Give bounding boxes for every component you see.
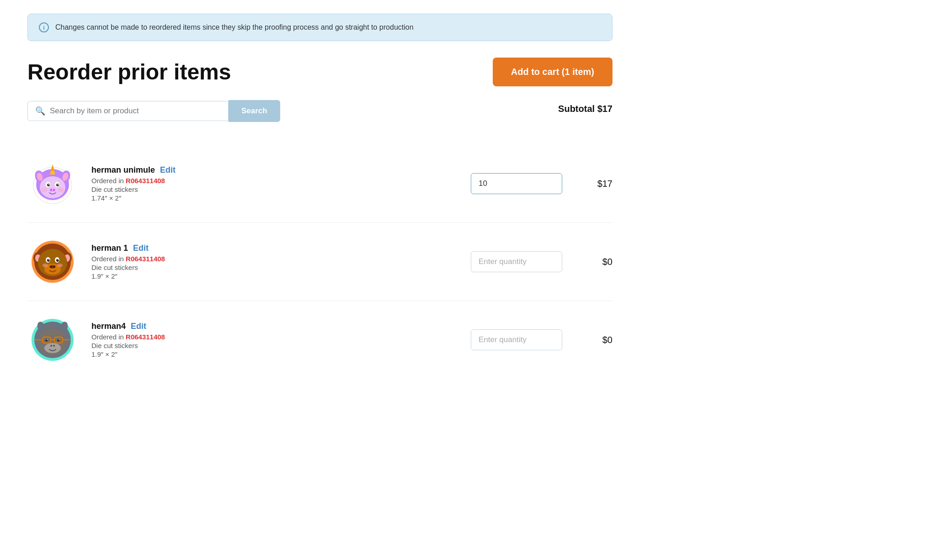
svg-point-30: [47, 259, 50, 262]
svg-point-36: [53, 266, 55, 268]
page-title: Reorder prior items: [27, 59, 231, 85]
svg-point-53: [59, 339, 59, 340]
svg-point-19: [58, 188, 64, 192]
svg-point-13: [48, 184, 49, 185]
item-info-2: herman4 Edit Ordered in R064311408 Die c…: [91, 322, 267, 358]
svg-point-50: [46, 339, 48, 342]
svg-point-31: [56, 259, 59, 262]
edit-link-1[interactable]: Edit: [133, 243, 149, 253]
svg-point-15: [49, 188, 56, 192]
order-link-1[interactable]: R064311408: [126, 255, 165, 263]
add-to-cart-button[interactable]: Add to cart (1 item): [493, 58, 612, 86]
quantity-input-2[interactable]: [471, 329, 562, 350]
edit-link-0[interactable]: Edit: [160, 165, 176, 174]
item-size-0: 1.74″ × 2″: [91, 194, 267, 202]
item-image-herman1: [27, 237, 78, 287]
svg-point-18: [41, 188, 48, 192]
item-row: herman unimule Edit Ordered in R06431140…: [27, 145, 612, 223]
item-size-1: 1.9″ × 2″: [91, 272, 267, 280]
svg-point-17: [53, 189, 55, 191]
svg-point-52: [47, 339, 48, 340]
item-name-0: herman unimule Edit: [91, 165, 267, 175]
edit-link-2[interactable]: Edit: [131, 322, 146, 331]
item-price-1: $0: [576, 257, 612, 267]
item-image-unimule: [27, 158, 78, 209]
item-quantity-wrapper-0: [471, 173, 562, 194]
item-order-2: Ordered in R064311408: [91, 333, 267, 341]
svg-point-55: [53, 345, 55, 347]
svg-point-54: [50, 345, 52, 347]
item-size-2: 1.9″ × 2″: [91, 350, 267, 358]
quantity-input-0[interactable]: [471, 173, 562, 194]
item-image-herman4: [27, 315, 78, 365]
search-input-wrapper: 🔍: [27, 101, 229, 121]
item-row: herman4 Edit Ordered in R064311408 Die c…: [27, 301, 612, 379]
order-link-2[interactable]: R064311408: [126, 333, 165, 341]
quantity-input-1[interactable]: [471, 251, 562, 272]
item-row: herman 1 Edit Ordered in R064311408 Die …: [27, 223, 612, 301]
svg-point-16: [50, 189, 52, 191]
item-order-1: Ordered in R064311408: [91, 255, 267, 263]
svg-point-44: [44, 343, 61, 353]
svg-point-38: [57, 264, 63, 267]
svg-point-11: [47, 184, 50, 186]
item-quantity-wrapper-1: [471, 251, 562, 272]
item-name-2: herman4 Edit: [91, 322, 267, 331]
item-price-0: $17: [576, 179, 612, 189]
item-info-0: herman unimule Edit Ordered in R06431140…: [91, 165, 267, 202]
info-banner: i Changes cannot be made to reordered it…: [27, 14, 612, 41]
svg-point-51: [58, 339, 60, 342]
subtotal-display: Subtotal $17: [558, 104, 612, 114]
search-row: 🔍 Search: [27, 100, 280, 122]
item-name-1: herman 1 Edit: [91, 243, 267, 253]
svg-point-8: [40, 176, 65, 198]
item-type-0: Die cut stickers: [91, 185, 267, 193]
search-input[interactable]: [50, 106, 221, 116]
svg-point-33: [58, 259, 59, 260]
svg-point-37: [43, 264, 48, 267]
search-icon: 🔍: [35, 106, 45, 116]
item-type-2: Die cut stickers: [91, 342, 267, 349]
order-link-0[interactable]: R064311408: [126, 177, 165, 185]
svg-point-35: [50, 266, 52, 268]
search-button[interactable]: Search: [229, 100, 280, 122]
item-type-1: Die cut stickers: [91, 264, 267, 271]
svg-point-12: [56, 184, 59, 186]
info-icon: i: [39, 22, 49, 32]
header-row: Reorder prior items Add to cart (1 item): [27, 58, 612, 86]
item-info-1: herman 1 Edit Ordered in R064311408 Die …: [91, 243, 267, 280]
item-quantity-wrapper-2: [471, 329, 562, 350]
banner-text: Changes cannot be made to reordered item…: [55, 23, 414, 32]
svg-point-32: [48, 259, 49, 260]
items-list: herman unimule Edit Ordered in R06431140…: [27, 145, 612, 379]
item-price-2: $0: [576, 335, 612, 345]
item-order-0: Ordered in R064311408: [91, 177, 267, 185]
svg-point-14: [58, 184, 59, 185]
